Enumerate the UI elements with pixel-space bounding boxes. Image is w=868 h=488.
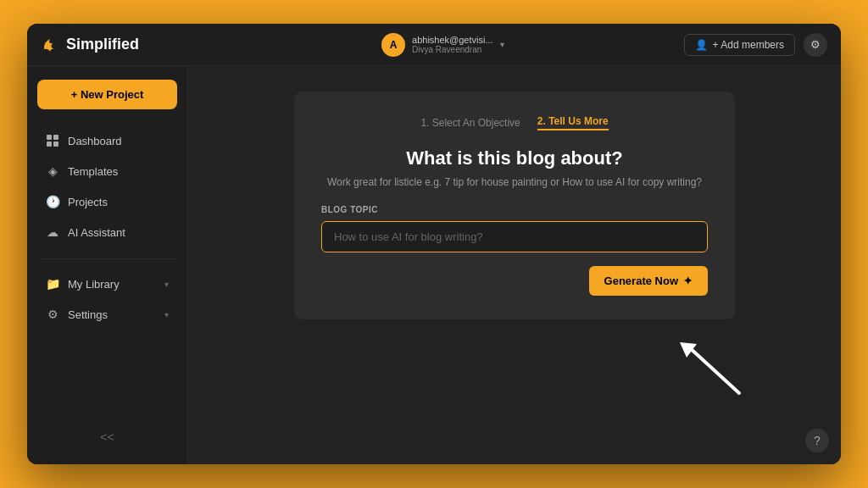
content-area: 1. Select An Objective 2. Tell Us More W… — [188, 66, 841, 464]
step-2[interactable]: 2. Tell Us More — [537, 115, 609, 130]
wizard-subtitle: Work great for listicle e.g. 7 tip for h… — [321, 176, 708, 188]
help-button[interactable]: ? — [805, 429, 829, 452]
logo-icon — [41, 36, 59, 54]
app-window: Simplified A abhishek@getvisi... Divya R… — [27, 24, 841, 464]
app-name: Simplified — [66, 36, 139, 53]
sidebar-item-my-library[interactable]: 📁 My Library ▾ — [37, 269, 177, 298]
collapse-sidebar-button[interactable]: << — [100, 430, 114, 444]
sidebar-item-dashboard[interactable]: Dashboard — [37, 126, 177, 155]
generate-now-button[interactable]: Generate Now ✦ — [589, 266, 708, 296]
projects-icon: 🕐 — [46, 195, 59, 208]
svg-marker-1 — [680, 342, 697, 358]
chevron-down-icon: ▾ — [164, 310, 169, 319]
user-name: Divya Raveendran — [412, 45, 493, 54]
sidebar-item-templates[interactable]: ◈ Templates — [37, 157, 177, 186]
svg-line-0 — [688, 347, 739, 393]
help-icon: ? — [814, 434, 821, 447]
settings-icon-button[interactable]: ⚙ — [804, 33, 827, 57]
blog-topic-input[interactable] — [321, 221, 708, 252]
settings-nav-icon: ⚙ — [46, 308, 59, 321]
add-members-icon: 👤 — [695, 39, 708, 51]
sidebar-item-ai-assistant[interactable]: ☁ AI Assistant — [37, 218, 177, 247]
generate-icon: ✦ — [683, 274, 693, 287]
header: Simplified A abhishek@getvisi... Divya R… — [27, 24, 841, 66]
my-library-icon: 📁 — [46, 277, 59, 291]
blog-topic-label: BLOG TOPIC — [321, 205, 708, 214]
chevron-down-icon: ▾ — [500, 40, 504, 49]
user-area[interactable]: A abhishek@getvisi... Divya Raveendran ▾ — [381, 33, 504, 57]
templates-icon: ◈ — [46, 164, 59, 178]
logo-area: Simplified — [41, 36, 202, 54]
step-1[interactable]: 1. Select An Objective — [420, 117, 520, 129]
main-layout: + New Project Dashboard ◈ Templates 🕐 Pr… — [27, 66, 841, 464]
sidebar-item-settings[interactable]: ⚙ Settings ▾ — [37, 300, 177, 329]
add-members-button[interactable]: 👤 + Add members — [684, 34, 795, 56]
user-info: abhishek@getvisi... Divya Raveendran — [412, 35, 493, 54]
header-right: 👤 + Add members ⚙ — [684, 33, 827, 57]
sidebar-bottom: << — [37, 424, 177, 451]
arrow-annotation — [671, 334, 756, 413]
dashboard-icon — [46, 134, 59, 147]
sidebar-item-projects[interactable]: 🕐 Projects — [37, 187, 177, 216]
settings-icon: ⚙ — [810, 38, 821, 51]
wizard-card: 1. Select An Objective 2. Tell Us More W… — [294, 92, 735, 319]
new-project-button[interactable]: + New Project — [37, 80, 177, 109]
chevron-down-icon: ▾ — [164, 280, 169, 289]
wizard-title: What is this blog about? — [321, 147, 708, 169]
wizard-steps: 1. Select An Objective 2. Tell Us More — [321, 115, 708, 130]
user-email: abhishek@getvisi... — [412, 35, 493, 45]
ai-assistant-icon: ☁ — [46, 225, 59, 239]
nav-separator — [37, 258, 177, 259]
sidebar: + New Project Dashboard ◈ Templates 🕐 Pr… — [27, 66, 188, 464]
avatar: A — [381, 33, 405, 57]
